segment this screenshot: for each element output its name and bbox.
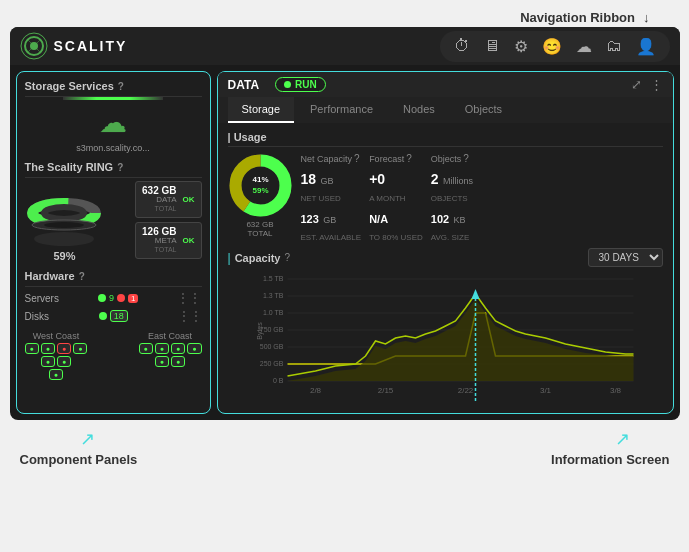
disks-grid-icon[interactable]: ⋮⋮ <box>178 309 202 323</box>
storage-services-help-icon[interactable]: ? <box>118 81 124 92</box>
svg-marker-37 <box>471 289 479 299</box>
svg-text:59%: 59% <box>252 186 268 195</box>
svg-text:0 B: 0 B <box>272 377 283 384</box>
forecast-sublabel: A MONTH <box>369 194 423 203</box>
servers-grid-icon[interactable]: ⋮⋮ <box>177 291 201 305</box>
forecast-value: +0 <box>369 171 385 187</box>
svg-text:3/8: 3/8 <box>609 386 621 395</box>
tab-performance[interactable]: Performance <box>296 97 387 123</box>
east-btn-1[interactable]: ● <box>139 343 153 354</box>
ring-visual <box>25 178 105 248</box>
nav-icon-settings[interactable]: ⚙ <box>514 37 528 56</box>
west-btn-2[interactable]: ● <box>41 343 55 354</box>
svg-text:3/1: 3/1 <box>539 386 551 395</box>
objects-col: Objects ? 2 Millions OBJECTS 102 KB <box>431 153 473 242</box>
west-btn-6[interactable]: ● <box>57 356 71 367</box>
svg-point-3 <box>34 232 94 246</box>
ring-section: The Scality RING ? <box>25 161 202 262</box>
svg-text:Bytes: Bytes <box>255 322 263 340</box>
west-btn-1[interactable]: ● <box>25 343 39 354</box>
server-red-count: 1 <box>128 294 138 303</box>
east-coast-label: East Coast <box>139 331 202 341</box>
nav-icon-face[interactable]: 😊 <box>542 37 562 56</box>
tabs-row: Storage Performance Nodes Objects <box>218 97 673 123</box>
disk-indicators: 18 <box>99 310 128 322</box>
right-top-icons: ⤢ ⋮ <box>631 77 663 92</box>
svg-text:1.3 TB: 1.3 TB <box>263 292 284 299</box>
west-btn-5[interactable]: ● <box>41 356 55 367</box>
nav-icon-clock[interactable]: ⏱ <box>454 37 470 55</box>
objects-unit: Millions <box>443 176 473 186</box>
forecast-title: Forecast ? <box>369 153 423 164</box>
ring-meta-stat: 126 GB META TOTAL OK <box>135 222 201 259</box>
nav-icon-user[interactable]: 👤 <box>636 37 656 56</box>
east-btn-4[interactable]: ● <box>187 343 201 354</box>
west-btn-3[interactable]: ● <box>57 343 71 354</box>
net-capacity-title: Net Capacity ? <box>301 153 362 164</box>
net-capacity-col: Net Capacity ? 18 GB NET USED 123 GB <box>301 153 362 242</box>
ring-data-status: OK <box>183 195 195 204</box>
est-avail-value: 123 <box>301 213 319 225</box>
disks-label: Disks <box>25 311 49 322</box>
locations-row: West Coast ● ● ● ● ● ● <box>25 331 202 380</box>
ring-help-icon[interactable]: ? <box>117 162 123 173</box>
ring-meta-label: META TOTAL <box>142 237 176 255</box>
forecast-col: Forecast ? +0 A MONTH N/A TO 80% USED <box>369 153 423 242</box>
chart-area: 1.5 TB 1.3 TB 1.0 TB 750 GB 500 GB 250 G… <box>228 271 663 405</box>
objects-title: Objects ? <box>431 153 473 164</box>
nav-icon-cloud[interactable]: ☁ <box>576 37 592 56</box>
avg-size-label: AVG. SIZE <box>431 233 473 242</box>
tab-storage[interactable]: Storage <box>228 97 295 123</box>
objects-sublabel: OBJECTS <box>431 194 473 203</box>
tab-nodes[interactable]: Nodes <box>389 97 449 123</box>
right-content: | Usage <box>218 123 673 413</box>
tab-objects[interactable]: Objects <box>451 97 516 123</box>
east-coast-col: East Coast ● ● ● ● ● ● <box>139 331 202 380</box>
west-coast-col: West Coast ● ● ● ● ● ● <box>25 331 88 380</box>
east-btn-2[interactable]: ● <box>155 343 169 354</box>
nav-icon-docs[interactable]: 🗂 <box>606 37 622 55</box>
capacity-help-icon[interactable]: ? <box>284 252 290 263</box>
run-badge: RUN <box>275 77 326 92</box>
storage-services-title: Storage Services <box>25 80 114 92</box>
more-icon[interactable]: ⋮ <box>650 77 663 92</box>
svg-text:2/8: 2/8 <box>309 386 321 395</box>
hardware-help-icon[interactable]: ? <box>79 271 85 282</box>
east-btn-3[interactable]: ● <box>171 343 185 354</box>
donut-svg: 41% 59% <box>228 153 293 218</box>
west-btn-4[interactable]: ● <box>73 343 87 354</box>
net-used-unit: GB <box>321 176 334 186</box>
information-screen-label: Information Screen <box>551 452 669 467</box>
east-btn-6[interactable]: ● <box>171 356 185 367</box>
ring-meta-status: OK <box>183 236 195 245</box>
capacity-chart-svg: 1.5 TB 1.3 TB 1.0 TB 750 GB 500 GB 250 G… <box>228 271 663 401</box>
donut-chart: 41% 59% <box>228 153 293 218</box>
west-btn-7[interactable]: ● <box>49 369 63 380</box>
capacity-section: | Capacity ? 30 DAYS 7 DAYS 90 DAYS <box>228 248 663 405</box>
nav-ribbon-arrow-icon: ↓ <box>643 10 650 25</box>
bottom-captions-row: ↗ Component Panels ↗ Information Screen <box>10 428 680 467</box>
top-bar: SCALITY ⏱ 🖥 ⚙ 😊 ☁ 🗂 👤 <box>10 27 680 65</box>
svg-point-8 <box>44 222 84 228</box>
ring-svg <box>27 181 102 246</box>
nav-icon-monitor[interactable]: 🖥 <box>484 37 500 55</box>
data-label: DATA <box>228 78 260 92</box>
net-used-value: 18 <box>301 171 317 187</box>
east-btn-5[interactable]: ● <box>155 356 169 367</box>
run-dot <box>284 81 291 88</box>
days-select[interactable]: 30 DAYS 7 DAYS 90 DAYS <box>588 248 663 267</box>
svg-point-6 <box>44 207 84 219</box>
est-avail-label: EST. AVAILABLE <box>301 233 362 242</box>
logo-text: SCALITY <box>54 38 128 54</box>
avg-size-unit: KB <box>454 215 466 225</box>
disk-count: 18 <box>110 310 128 322</box>
hardware-title: Hardware <box>25 270 75 282</box>
objects-value: 2 <box>431 171 439 187</box>
server-indicators: 9 1 <box>98 293 138 303</box>
component-panels-label: Component Panels <box>20 452 138 467</box>
logo-area: SCALITY <box>20 32 128 60</box>
svg-text:2/15: 2/15 <box>377 386 393 395</box>
expand-icon[interactable]: ⤢ <box>631 77 642 92</box>
donut-chart-container: 41% 59% 632 GBTOTAL <box>228 153 293 238</box>
nav-ribbon-label: Navigation Ribbon <box>520 10 635 25</box>
